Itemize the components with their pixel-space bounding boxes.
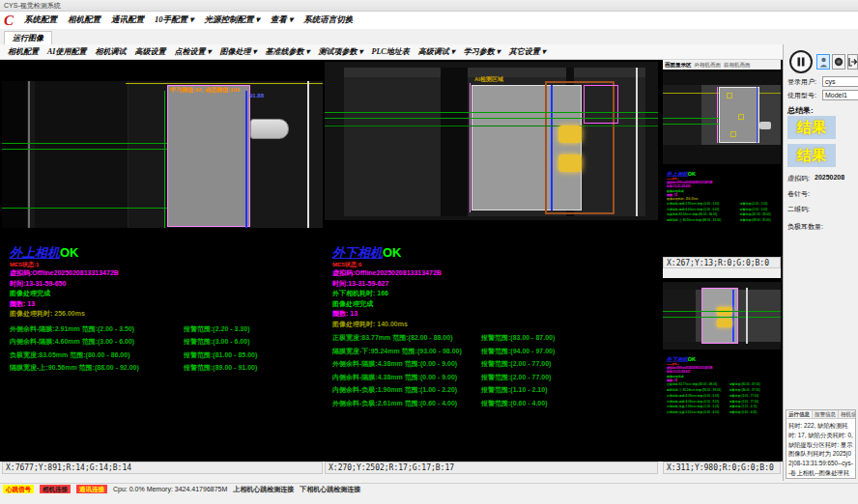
measurement-alarm: 报警范围:(2.20 - 3.30) [740, 202, 768, 206]
app-window: CYS-视觉检测系统 C 系统配置 相机配置 通讯配置 10手配置 ▾ 光源控制… [0, 0, 858, 504]
image-graphic [663, 311, 781, 312]
status-bar: 心跳信号 相机连接 通讯连接 Cpu: 0.0% Memory: 3424.41… [0, 483, 858, 494]
measurement-value: 外侧余料-隔膜:2.91mm 范围:(2.00 - 3.50) [10, 325, 134, 332]
thumbnail-top-image[interactable] [663, 71, 781, 164]
menu-light-config[interactable]: 光源控制配置 ▾ [204, 14, 259, 26]
measurement-value: 内侧余料-负极:1.90mm 范围:(1.00 - 2.20) [332, 386, 457, 393]
menu-io-config[interactable]: 10手配置 ▾ [155, 14, 193, 26]
menu-camera-config[interactable]: 相机配置 [68, 14, 100, 26]
measurement-value: 外侧余料-负极:2.61mm 范围:(0.60 - 4.00) [667, 410, 719, 413]
thumb-tab-outer-camera[interactable]: 外相机画面 [695, 62, 722, 69]
status-ok-label: OK [688, 171, 696, 177]
measurement-value: 负极宽度:83.05mm 范围:(80.00 - 86.00) [667, 213, 717, 216]
separator-region [167, 85, 250, 227]
tool-test-params[interactable]: 测试项参数 ▾ [319, 46, 363, 57]
pause-button[interactable] [789, 50, 813, 73]
tool-spot-check[interactable]: 点检设置 ▾ [174, 46, 211, 57]
image-graphic [325, 126, 658, 126]
roi-marker [738, 114, 744, 120]
electrode-tab-shape [759, 122, 771, 129]
roi-marker [730, 131, 736, 137]
edge-measure-label: 91.88 [249, 93, 264, 98]
image-graphic [2, 81, 27, 228]
result-badge-lower: 结果 [787, 144, 836, 167]
tool-advanced-settings[interactable]: 高级设置 [134, 46, 165, 57]
image-graphic [307, 81, 309, 228]
measurement-value: 隔膜宽度-下:95.24mm 范围:(93.00 - 98.00) [332, 348, 462, 354]
menu-system-config[interactable]: 系统配置 [24, 14, 57, 26]
thumb-tab-front-camera[interactable]: 前相机画面 [724, 62, 751, 69]
login-user-field[interactable]: cys [822, 76, 858, 87]
image-graphic [325, 118, 658, 119]
comm-link-badge: 通讯连接 [76, 485, 107, 493]
threshold-annotation: 学习阈值:93, 动态阈值:100 [170, 86, 240, 95]
status-ok-label: OK [688, 356, 696, 362]
menu-comm-config[interactable]: 通讯配置 [111, 14, 144, 26]
image-graphic [28, 81, 30, 228]
edge-line [245, 91, 247, 228]
measurement-value: 外侧余料-隔膜:4.38mm 范围:(0.00 - 9.00) [332, 360, 457, 367]
tool-image-process[interactable]: 图像处理 ▾ [219, 46, 256, 57]
status-ok-label: OK [60, 245, 79, 260]
tool-learning-params[interactable]: 学习参数 ▾ [464, 46, 500, 57]
roi-marker [727, 93, 732, 98]
image-graphic [35, 81, 129, 228]
thumb-top-overlay: 外上相机OK MES状态:1 虚拟码:Offline20250208133134… [667, 170, 781, 224]
edge-line [732, 290, 734, 342]
measurement-value: 正极宽度:83.77mm 范围:(82.00 - 88.00) [667, 383, 717, 386]
thumbnail-bottom-image[interactable] [663, 282, 781, 350]
thumb-bottom-overlay: 外下相机OK MES状态:0 虚拟码:Offline20250208133134… [667, 355, 781, 416]
menu-view[interactable]: 查看 ▾ [271, 14, 293, 26]
measurement-alarm: 报警范围:(94.00 - 97.00) [481, 347, 555, 356]
right-camera-view[interactable]: AI检测区域 外下相机OK MES状态:0 虚拟码:Offline2025020… [325, 60, 658, 462]
ai-region-annotation: AI检测区域 [474, 75, 503, 84]
heartbeat-badge: 心跳信号 [3, 485, 34, 493]
thumb-tab-display[interactable]: 画面显示区 [665, 62, 692, 69]
image-graphic [325, 112, 658, 113]
image-graphic [2, 143, 167, 144]
tab-run-image[interactable]: 运行图像 [4, 31, 52, 45]
tool-camera-config[interactable]: 相机配置 [8, 46, 39, 57]
tool-ai-config[interactable]: AI使用配置 [47, 46, 86, 57]
camera-elapsed: 外下相机耗时: 166 [332, 289, 462, 299]
measurement-alarm: 报警范围:(94.00 - 97.00) [729, 388, 760, 392]
info-tab-alarm[interactable]: 报警信息 [813, 410, 839, 418]
toolbar: 相机配置 AI使用配置 相机调试 高级设置 点检设置 ▾ 图像处理 ▾ 基准线参… [0, 44, 783, 60]
tool-other-settings[interactable]: 其它设置 ▾ [509, 46, 546, 57]
measurement-value: 内侧余料-隔膜:4.38mm 范围:(0.00 - 9.00) [332, 374, 457, 380]
measurement-alarm: 报警范围:(1.10 - 2.10) [481, 385, 547, 395]
virtual-code-value: 20250208 [815, 174, 844, 181]
measurement-alarm: 报警范围:(3.00 - 6.00) [184, 337, 249, 347]
measurement-value: 隔膜宽度-上:90.56mm 范围:(88.00 - 92.00) [667, 218, 721, 221]
tool-baseline-params[interactable]: 基准线参数 ▾ [265, 46, 309, 57]
measurement-alarm: 报警范围:(81.00 - 85.00) [740, 212, 771, 216]
result-badge-upper: 结果 [787, 116, 836, 139]
logout-button[interactable] [847, 54, 858, 70]
run-info-text: 耗时: 222, 缺陷检测耗时: 17, 缺陷分类耗时: 0, 缺陷提取分区耗时… [786, 419, 855, 479]
left-camera-image[interactable]: 学习阈值:93, 动态阈值:100 91.88 [2, 81, 323, 228]
measurement-alarm: 报警范围:(83.00 - 87.00) [481, 333, 555, 343]
tool-plc-table[interactable]: PLC地址表 [372, 46, 410, 57]
left-camera-view[interactable]: 学习阈值:93, 动态阈值:100 91.88 外上相机OK MES状态:1 虚… [2, 60, 323, 462]
info-tab-camera[interactable]: 相机信息 [839, 410, 856, 418]
virtual-code: 虚拟码:Offline2025020813313472B [332, 268, 462, 279]
tool-camera-debug[interactable]: 相机调试 [95, 46, 126, 57]
edge-line [551, 85, 553, 210]
image-graphic [441, 68, 468, 216]
right-camera-image[interactable]: AI检测区域 [325, 62, 658, 220]
measurement-alarm: 报警范围:(3.00 - 6.00) [740, 208, 768, 211]
info-tab-run[interactable]: 运行信息 [786, 410, 813, 418]
logout-arrow-icon [848, 57, 857, 67]
operator-button[interactable] [816, 54, 830, 70]
record-button[interactable] [832, 54, 845, 70]
tool-advanced-debug[interactable]: 高级调试 ▾ [418, 46, 455, 57]
virtual-code-label: 虚拟码: [787, 174, 810, 183]
menu-language-switch[interactable]: 系统语言切换 [303, 14, 353, 26]
thumbnail-bottom-view[interactable]: 外下相机OK MES状态:0 虚拟码:Offline20250208133134… [663, 278, 781, 462]
negative-tab-count-label: 负极耳数量: [787, 222, 823, 232]
thumb-top-pixel-coordinates: X:267;Y:13;R:0;G:0;B:0 [663, 257, 781, 268]
process-done: 图像处理完成 [332, 299, 462, 310]
record-icon [834, 57, 844, 67]
model-field[interactable]: Model1 [822, 90, 858, 100]
thumbnail-top-view[interactable]: 外上相机OK MES状态:1 虚拟码:Offline20250208133134… [663, 70, 781, 257]
